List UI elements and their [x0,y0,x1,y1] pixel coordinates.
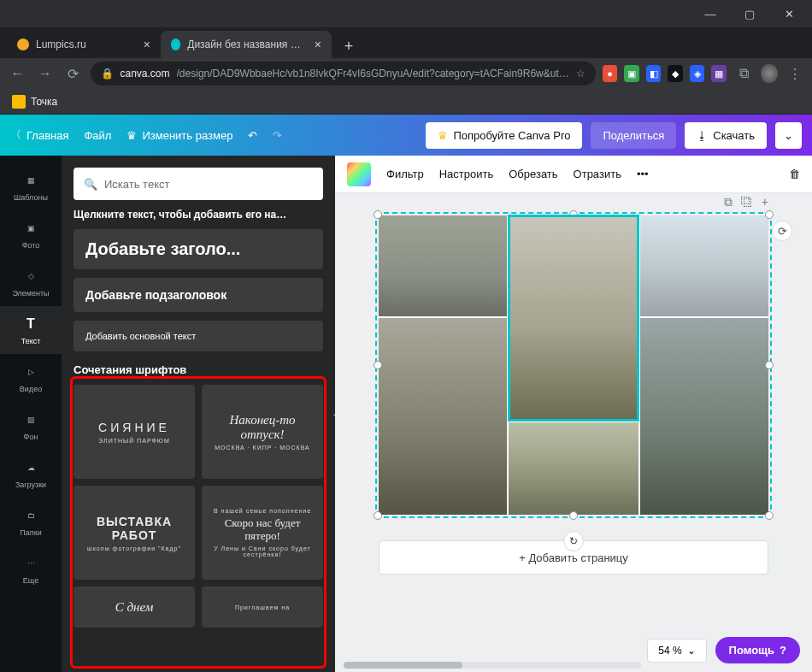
font-combo-card[interactable]: В нашей семье пополнение Скоро нас будет… [202,486,323,580]
collage-cell [640,318,768,515]
extension-icon[interactable]: ◧ [646,65,662,82]
scrollbar-thumb[interactable] [344,662,462,669]
window-maximize-button[interactable]: ▢ [730,0,769,27]
window-close-button[interactable]: ✕ [769,0,809,27]
design-page[interactable]: ⧉ ⿻ + [379,215,768,575]
rail-folders[interactable]: 🗀Папки [0,498,62,545]
crown-icon: ♛ [438,129,448,142]
add-heading-button[interactable]: Добавьте заголо... [74,229,323,269]
browser-menu-icon[interactable]: ⋮ [785,62,806,85]
font-combo-card[interactable]: Приглашаем на [202,587,323,628]
canvas-area: Фильтр Настроить Обрезать Отразить ••• 🗑… [335,156,812,672]
add-page-button[interactable]: ↻ + Добавить страницу [379,540,768,575]
chevron-down-icon: ⌄ [687,645,696,657]
resize-handle[interactable] [569,511,578,520]
help-button[interactable]: Помощь? [715,637,800,663]
profile-avatar[interactable] [761,64,777,83]
add-body-button[interactable]: Добавить основной текст [74,321,323,351]
duplicate-page-icon[interactable]: ⿻ [741,195,753,209]
canvas-scroll[interactable]: ⧉ ⿻ + [335,193,812,672]
photo-collage[interactable]: ⟳ [379,215,768,515]
color-picker-button[interactable] [347,162,371,186]
rail-background[interactable]: ▨Фон [0,402,62,450]
rail-photos[interactable]: ▣Фото [0,210,62,258]
folder-icon: 🗀 [21,506,40,525]
close-icon[interactable]: × [144,38,150,51]
collage-cell-selected[interactable] [509,215,638,421]
rail-text[interactable]: TТекст [0,306,62,354]
back-button[interactable]: ← [7,62,28,85]
font-combo-card[interactable]: Наконец-то отпуск! МОСКВА · КИПР · МОСКВ… [202,385,323,479]
resize-handle[interactable] [765,210,774,219]
collage-cell[interactable] [379,318,507,515]
extension-icon[interactable]: ▦ [711,65,727,82]
extensions-menu-icon[interactable]: ⧉ [733,62,755,85]
resize-handle[interactable] [374,210,382,219]
rail-video[interactable]: ▷Видео [0,354,62,402]
resize-handle[interactable] [765,511,774,520]
zoom-control[interactable]: 54 %⌄ [647,639,706,663]
delete-button[interactable]: 🗑 [789,168,800,180]
app-toolbar: 〈Главная Файл ♛Изменить размер ↶ ↷ ♛Попр… [0,115,812,156]
file-menu[interactable]: Файл [84,129,111,142]
reload-button[interactable]: ⟳ [62,62,84,85]
text-icon: T [21,315,40,333]
resize-handle[interactable] [374,511,382,520]
star-icon[interactable]: ☆ [576,68,585,80]
upload-icon: ☁ [21,458,40,477]
copy-page-icon[interactable]: ⧉ [724,195,733,209]
more-button[interactable]: ••• [637,168,649,180]
add-page-icon[interactable]: + [762,195,768,209]
new-tab-button[interactable]: + [337,34,361,58]
panel-collapse-handle[interactable]: ◂ [328,384,335,444]
window-minimize-button[interactable]: — [691,0,730,27]
panel-hint: Щелкните текст, чтобы добавить его на… [74,209,323,221]
crown-icon: ♛ [127,129,137,142]
home-button[interactable]: 〈Главная [10,127,68,143]
download-dropdown[interactable]: ⌄ [775,122,802,149]
rail-elements[interactable]: ◇Элементы [0,258,62,306]
add-subheading-button[interactable]: Добавьте подзаголовок [74,278,323,312]
bookmark-item[interactable]: Точка [31,96,57,108]
collage-cell[interactable] [640,215,768,316]
download-button[interactable]: ⭳Скачать [685,122,767,149]
browser-tab-active[interactable]: Дизайн без названия — Фотокс × [161,31,332,58]
video-icon: ▷ [21,363,40,381]
rail-more[interactable]: ⋯Еще [0,545,62,593]
resize-handle[interactable] [374,361,382,369]
extension-icon[interactable]: ▣ [624,65,639,82]
adjust-button[interactable]: Настроить [439,168,494,180]
crop-button[interactable]: Обрезать [509,168,557,180]
search-input[interactable]: 🔍 Искать текст [74,168,323,200]
browser-tab[interactable]: Lumpics.ru × [7,31,161,58]
resize-button[interactable]: ♛Изменить размер [127,129,232,142]
font-combo-card[interactable]: ВЫСТАВКА РАБОТ школы фотографии "Кадр" [74,486,195,580]
undo-button[interactable]: ↶ [248,129,257,142]
bookmarks-bar: Точка [0,89,812,115]
share-button[interactable]: Поделиться [591,122,676,149]
redo-button[interactable]: ↷ [273,129,282,142]
try-pro-button[interactable]: ♛Попробуйте Canva Pro [426,122,582,149]
extension-icon[interactable]: ◆ [668,65,683,82]
url-input[interactable]: 🔒 canva.com /design/DAD9WbbaeHc/vb1n8Ivk… [91,62,596,85]
rotate-handle[interactable]: ⟳ [772,221,792,241]
rail-uploads[interactable]: ☁Загрузки [0,450,62,498]
window-titlebar: — ▢ ✕ [0,0,812,27]
flip-button[interactable]: Отразить [574,168,621,180]
collage-cell[interactable] [379,215,507,316]
filter-button[interactable]: Фильтр [386,168,424,180]
extension-icon[interactable]: ● [603,65,618,82]
close-icon[interactable]: × [315,38,321,51]
horizontal-scrollbar[interactable] [344,662,641,669]
collage-cell[interactable] [509,422,638,515]
bottom-bar: 54 %⌄ Помощь? [647,637,800,663]
rail-templates[interactable]: ▦Шаблоны [0,162,62,210]
browser-tabs: Lumpics.ru × Дизайн без названия — Фоток… [0,27,812,58]
font-combo-card[interactable]: С днем [74,587,195,628]
text-panel: 🔍 Искать текст Щелкните текст, чтобы доб… [62,156,335,672]
extension-icon[interactable]: ◈ [690,65,705,82]
font-combo-card[interactable]: СИЯНИЕ ЭЛИТНЫЙ ПАРФЮМ [74,385,195,479]
url-path: /design/DAD9WbbaeHc/vb1n8IvkQFr4vI6sGDny… [177,68,569,80]
resize-handle[interactable] [765,361,774,369]
forward-button[interactable]: → [35,62,56,85]
